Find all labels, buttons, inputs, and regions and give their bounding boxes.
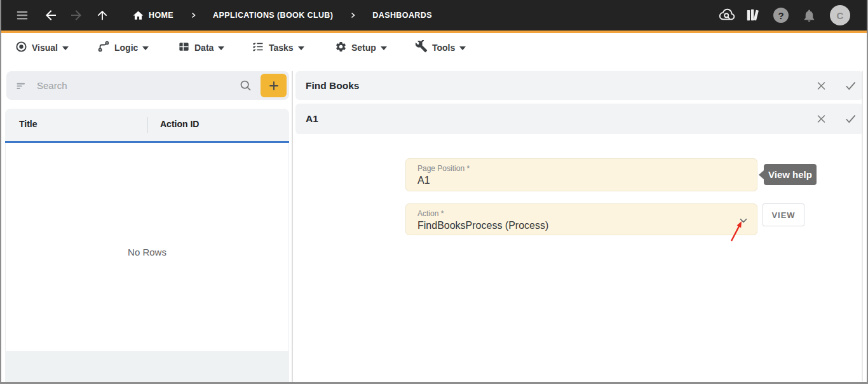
search-icon[interactable] [239, 79, 252, 92]
forward-icon[interactable] [69, 0, 84, 31]
tasks-icon [252, 40, 264, 55]
page-position-field[interactable]: Page Position * A1 [405, 158, 757, 191]
field-label: Page Position * [417, 164, 747, 173]
menu-bar: Visual Logic Data Tasks Setup Tools [0, 33, 868, 62]
add-icon [268, 79, 280, 92]
avatar-initial: C [830, 5, 850, 25]
list-footer [5, 351, 289, 383]
field-value: A1 [417, 175, 747, 186]
field-label: Action * [417, 209, 747, 218]
dropdown-chevron-icon[interactable] [738, 215, 749, 226]
menu-icon[interactable] [15, 0, 29, 31]
breadcrumb-dashboards[interactable]: DASHBOARDS [372, 11, 432, 20]
accent-strip [0, 31, 868, 33]
dropdown-caret-icon [298, 46, 304, 50]
setup-icon [335, 41, 347, 55]
window-border [0, 0, 1, 384]
menu-data[interactable]: Data [178, 33, 224, 62]
close-icon[interactable] [816, 114, 827, 125]
list-header: Title Action ID [5, 109, 289, 141]
view-help-tooltip: View help [764, 164, 817, 185]
menu-setup[interactable]: Setup [335, 33, 387, 62]
breadcrumb-chevron-icon [189, 11, 197, 19]
dropdown-caret-icon [381, 46, 387, 50]
form-header: Find Books [295, 71, 863, 100]
top-navigation-bar: HOME APPLICATIONS (BOOK CLUB) DASHBOARDS… [0, 0, 868, 31]
menu-logic[interactable]: Logic [97, 33, 149, 62]
breadcrumb-home[interactable]: HOME [149, 11, 173, 20]
confirm-icon[interactable] [844, 113, 857, 125]
up-icon[interactable] [95, 0, 109, 31]
action-field[interactable]: Action * FindBooksProcess (Process) [405, 203, 757, 235]
dropdown-caret-icon [218, 46, 224, 50]
data-icon [178, 41, 190, 55]
dropdown-caret-icon [142, 46, 149, 50]
close-icon[interactable] [816, 80, 827, 91]
menu-tools[interactable]: Tools [415, 33, 466, 62]
field-value: FindBooksProcess (Process) [417, 220, 747, 231]
sort-icon[interactable] [15, 79, 28, 92]
empty-state-text: No Rows [6, 247, 288, 257]
records-list[interactable]: No Rows [5, 143, 289, 351]
breadcrumb-application[interactable]: APPLICATIONS (BOOK CLUB) [213, 11, 333, 20]
confirm-icon[interactable] [844, 79, 857, 92]
breadcrumb-chevron-icon [349, 11, 356, 19]
home-icon[interactable] [132, 10, 144, 22]
panel-scroll-track[interactable] [862, 71, 863, 381]
search-bar [6, 71, 289, 100]
panel-splitter[interactable] [292, 71, 293, 383]
dropdown-caret-icon [62, 46, 69, 50]
help-icon[interactable]: ? [773, 0, 789, 31]
column-divider[interactable] [147, 117, 148, 133]
add-record-button[interactable] [261, 74, 287, 97]
form-title: Find Books [306, 80, 359, 92]
cloud-search-icon[interactable] [718, 0, 736, 31]
view-button[interactable]: VIEW [763, 203, 804, 226]
notifications-icon[interactable] [802, 0, 817, 31]
logic-icon [97, 40, 110, 55]
search-input[interactable] [37, 80, 239, 91]
breadcrumb: HOME APPLICATIONS (BOOK CLUB) DASHBOARDS [132, 0, 432, 31]
column-action-id[interactable]: Action ID [160, 119, 199, 129]
record-header: A1 [295, 104, 863, 134]
record-title: A1 [306, 113, 318, 125]
column-title[interactable]: Title [19, 119, 37, 129]
library-icon[interactable] [745, 0, 761, 31]
back-icon[interactable] [43, 0, 58, 31]
dropdown-caret-icon [459, 46, 466, 50]
menu-tasks[interactable]: Tasks [252, 33, 304, 62]
menu-visual[interactable]: Visual [15, 33, 69, 62]
app-window: HOME APPLICATIONS (BOOK CLUB) DASHBOARDS… [0, 0, 868, 384]
avatar[interactable]: C [830, 0, 850, 31]
visual-icon [15, 41, 27, 55]
tools-icon [415, 40, 428, 55]
